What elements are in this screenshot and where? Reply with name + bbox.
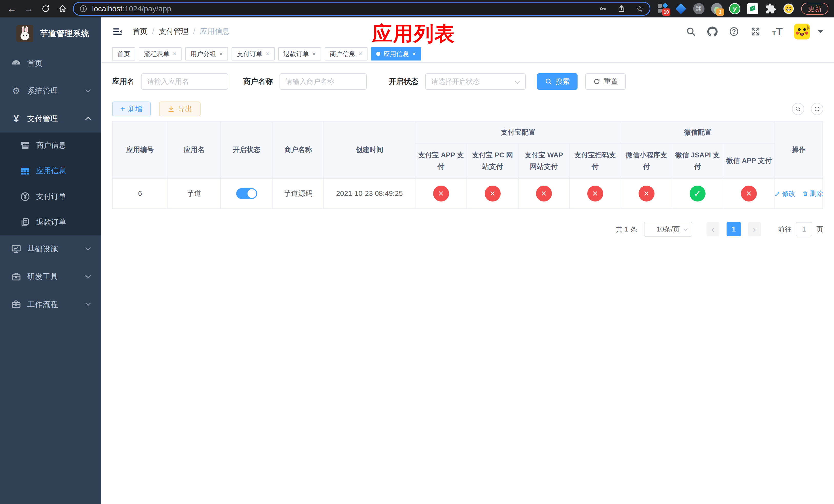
col-header-app-name: 应用名 — [168, 121, 221, 178]
sidebar-item-refund-order[interactable]: 退款订单 — [0, 209, 101, 235]
table-grid-icon — [19, 165, 31, 177]
add-button[interactable]: + 新增 — [112, 101, 151, 116]
wx-app-status-icon: × — [741, 186, 757, 202]
tag-refund-order[interactable]: 退款订单× — [278, 47, 321, 61]
share-icon[interactable] — [617, 5, 626, 13]
user-avatar[interactable] — [794, 24, 810, 40]
trash-icon — [802, 190, 808, 197]
chat-extension-icon[interactable] — [747, 3, 759, 15]
filter-form: 应用名 商户名称 开启状态 请选择开启状态 搜索 重置 — [112, 73, 823, 90]
status-select[interactable]: 请选择开启状态 — [425, 73, 526, 90]
tag-pay-order[interactable]: 支付订单× — [232, 47, 275, 61]
cell-app-name: 芋道 — [168, 178, 221, 209]
profile-avatar-icon[interactable] — [783, 3, 794, 15]
password-key-icon[interactable] — [599, 5, 607, 13]
page-size-select[interactable]: 10条/页 — [644, 222, 692, 237]
col-header-status: 开启状态 — [221, 121, 272, 178]
chrome-update-button[interactable]: 更新 — [801, 3, 828, 15]
enabled-toggle[interactable] — [236, 188, 257, 199]
avatar-extension-icon[interactable]: 1 — [711, 3, 723, 15]
toggle-search-button[interactable] — [792, 103, 804, 115]
kite-extension-icon[interactable] — [675, 3, 687, 15]
export-button[interactable]: 导出 — [159, 101, 201, 116]
page-title-annotation: 应用列表 — [372, 21, 455, 47]
home-icon[interactable] — [58, 4, 67, 13]
col-header-alipay-wap: 支付宝 WAP 网站支付 — [518, 143, 569, 178]
close-icon[interactable]: × — [358, 50, 363, 57]
edit-link[interactable]: 修改 — [774, 189, 795, 198]
tags-view-bar: 首页 流程表单× 用户分组× 支付订单× 退款订单× 商户信息× 应用信息× — [101, 46, 834, 63]
site-info-icon[interactable] — [79, 5, 87, 13]
goto-page-input[interactable] — [796, 222, 812, 236]
refresh-icon — [593, 78, 601, 85]
reset-button[interactable]: 重置 — [585, 73, 626, 90]
app-logo — [16, 25, 33, 42]
sidebar-item-merchant-info[interactable]: 商户信息 — [0, 133, 101, 158]
sidebar-item-app-info[interactable]: 应用信息 — [0, 158, 101, 184]
pagination: 共 1 条 10条/页 ‹ 1 › 前往 页 — [112, 222, 823, 237]
reload-icon[interactable] — [41, 4, 50, 13]
alipay-qr-status-icon: × — [587, 186, 603, 202]
next-page-button[interactable]: › — [748, 222, 761, 236]
back-icon[interactable]: ← — [7, 4, 16, 13]
close-icon[interactable]: × — [265, 50, 269, 57]
forward-icon[interactable]: → — [24, 4, 33, 13]
search-icon[interactable] — [686, 26, 696, 37]
sidebar-item-devtools[interactable]: 研发工具 — [0, 263, 101, 291]
chevron-down-icon — [684, 227, 688, 231]
tag-app-info[interactable]: 应用信息× — [371, 47, 421, 61]
puzzle-extensions-icon[interactable] — [765, 3, 776, 15]
tag-merchant-info[interactable]: 商户信息× — [325, 47, 368, 61]
refresh-table-button[interactable] — [811, 103, 823, 115]
bookmark-star-icon[interactable]: ☆ — [636, 4, 644, 13]
tag-process-form[interactable]: 流程表单× — [139, 47, 181, 61]
sidebar-item-pay-order[interactable]: 支付订单 — [0, 184, 101, 209]
address-bar[interactable]: localhost:1024/pay/app ☆ — [73, 2, 650, 16]
toolbox-icon — [10, 271, 22, 282]
sidebar-collapse-icon[interactable] — [112, 26, 123, 37]
sidebar-logo-row[interactable]: 芋道管理系统 — [0, 18, 101, 49]
delete-link[interactable]: 删除 — [802, 189, 823, 198]
browser-menu-icon[interactable]: ⋮ — [833, 4, 834, 13]
tag-home[interactable]: 首页 — [112, 47, 135, 61]
github-icon[interactable] — [707, 26, 718, 37]
sidebar-item-infrastructure[interactable]: 基础设施 — [0, 235, 101, 263]
documents-icon — [19, 216, 31, 228]
sidebar-item-home[interactable]: 首页 — [0, 49, 101, 77]
prev-page-button[interactable]: ‹ — [706, 222, 719, 236]
blocks-extension-icon[interactable]: 10 — [657, 3, 669, 15]
breadcrumb-payment[interactable]: 支付管理 — [159, 26, 189, 37]
app-name-input[interactable] — [141, 73, 228, 90]
dashboard-icon — [10, 58, 22, 69]
breadcrumb-home[interactable]: 首页 — [133, 26, 148, 37]
yen-icon: ¥ — [10, 113, 22, 124]
tag-user-group[interactable]: 用户分组× — [185, 47, 228, 61]
command-extension-icon[interactable]: ⌘ — [693, 3, 705, 15]
close-icon[interactable]: × — [219, 50, 223, 57]
gear-icon: ⚙ — [10, 85, 22, 97]
monitor-icon — [10, 243, 22, 255]
chevron-up-icon — [85, 117, 91, 122]
sidebar-item-workflow[interactable]: 工作流程 — [0, 291, 101, 318]
avatar-dropdown-caret-icon[interactable] — [818, 30, 823, 33]
y-extension-icon[interactable]: y — [729, 3, 741, 15]
app-title: 芋道管理系统 — [40, 28, 89, 39]
text-size-icon[interactable]: TT — [772, 27, 783, 36]
plus-icon: + — [120, 105, 125, 113]
merchant-name-input[interactable] — [280, 73, 367, 90]
close-icon[interactable]: × — [412, 50, 416, 57]
total-count: 共 1 条 — [616, 225, 637, 234]
search-button[interactable]: 搜索 — [537, 73, 577, 90]
breadcrumb-current: 应用信息 — [200, 26, 229, 37]
browser-nav: ← → — [4, 4, 71, 13]
close-icon[interactable]: × — [312, 50, 316, 57]
alipay-pc-status-icon: × — [485, 186, 501, 202]
help-icon[interactable] — [729, 26, 739, 37]
close-icon[interactable]: × — [173, 50, 176, 57]
fullscreen-icon[interactable] — [750, 26, 761, 37]
col-header-actions: 操作 — [775, 121, 823, 178]
sidebar-item-payment[interactable]: ¥ 支付管理 — [0, 105, 101, 133]
status-label: 开启状态 — [389, 76, 419, 87]
page-number-1[interactable]: 1 — [727, 222, 741, 236]
sidebar-item-system[interactable]: ⚙ 系统管理 — [0, 77, 101, 105]
